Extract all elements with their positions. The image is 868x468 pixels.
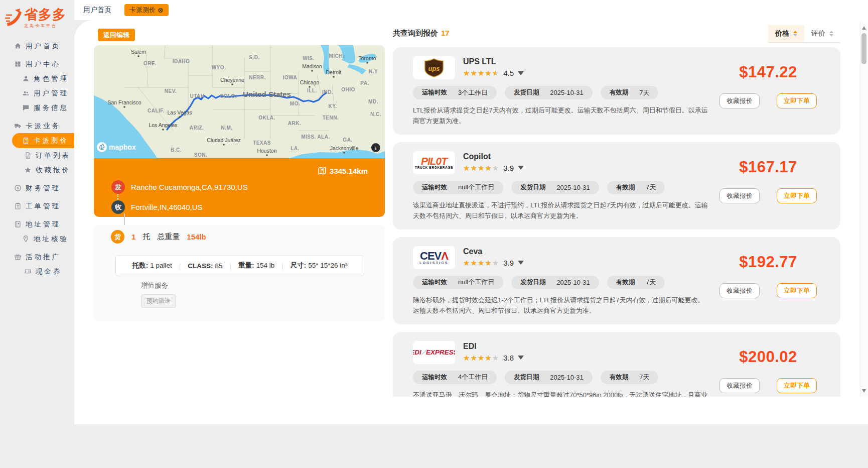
svg-text:Jacksonville: Jacksonville [330,145,359,151]
rating-dropdown-caret[interactable] [518,166,524,170]
quote-tag: 运输时效3个工作日 [413,86,497,99]
vertical-scrollbar[interactable] [860,22,868,397]
favorite-quote-button[interactable]: 收藏报价 [719,93,760,108]
rating-value: 3.8 [503,354,514,362]
quote-tag: 有效期7天 [601,371,659,384]
tab-user-home[interactable]: 用户首页 [83,6,111,15]
sidebar: 省多多 北美卡车平台 用户首页用户中心角色管理用户管理服务信息卡派业务卡派测价订… [0,0,74,468]
sidebar-item-9[interactable]: 收藏报价 [0,163,74,177]
svg-text:UTAH: UTAH [190,93,204,99]
quote-card: PIL0TTRUCK BROKERAGE Copilot ★★★★★★★★★★ … [393,142,840,229]
scroll-up-arrow[interactable] [862,26,866,30]
sort-by-price[interactable]: 价格 [768,25,804,43]
order-now-button[interactable]: 立即下单 [777,378,817,393]
sort-rating-label: 评价 [811,29,825,38]
calculator-icon [22,137,30,145]
svg-text:LA.: LA. [291,146,300,151]
value-added-services-label: 增值服务 [141,281,168,290]
work-order-icon [14,202,22,210]
sidebar-item-8[interactable]: 订单列表 [0,148,74,163]
sidebar-item-label: 卡派业务 [26,122,61,131]
route-distance: 3345.14km [318,166,368,175]
rating-dropdown-caret[interactable] [518,356,524,360]
carrier-logo: ups [413,56,455,79]
sidebar-item-label: 服务信息 [34,103,69,112]
rating-dropdown-caret[interactable] [518,261,524,265]
sidebar-item-4[interactable]: 用户管理 [0,86,74,100]
sort-arrows-icon [829,31,833,37]
cargo-spec-box: 托数:1 pallet|CLASS:85|重量:154 lb|尺寸:55* 15… [115,255,364,276]
svg-text:NEV.: NEV. [165,88,177,94]
quote-price: $167.17 [739,158,797,176]
sidebar-item-13[interactable]: 地址核验 [0,231,74,246]
quote-card: CEVΛLOGISTICS Ceva ★★★★★★★★★★ 3.9 运输时效nu… [393,237,840,324]
sidebar-item-6[interactable]: 卡派业务 [0,119,74,133]
origin-badge: 发 [111,180,125,194]
tab-truck-pricing-label: 卡派测价 [129,6,156,15]
favorite-quote-button[interactable]: 收藏报价 [719,283,760,298]
sidebar-item-15[interactable]: 现金券 [0,264,74,279]
quotes-summary: 共查询到报价17 [393,29,450,43]
sidebar-item-3[interactable]: 角色管理 [0,71,74,86]
rating-dropdown-caret[interactable] [518,71,524,75]
favorite-quote-button[interactable]: 收藏报价 [719,378,760,393]
quote-description: 不派送亚马逊、沃尔玛、展会地址；货物尺寸重量超过70*50*96in 2000l… [413,390,708,397]
route-map[interactable]: SalemORE.IDAHOWYO.S.D.WIS.MICH.TorontoMa… [94,45,385,158]
pilot-logo: PIL0TTRUCK BROKERAGE [415,156,453,170]
quote-tag-row: 运输时效null个工作日发货日期2025-10-31有效期7天 [413,276,708,289]
back-to-edit-button[interactable]: 返回编辑 [98,29,135,41]
sidebar-item-5[interactable]: 服务信息 [0,100,74,115]
svg-text:NEBR.: NEBR. [249,75,266,80]
brand-logo[interactable]: 省多多 北美卡车平台 [5,5,71,31]
carrier-logo: EDI⟋EXPRESS [413,341,455,364]
svg-text:Cheyenne: Cheyenne [220,77,244,83]
quote-tag: 有效期7天 [607,276,665,289]
quotes-summary-label: 共查询到报价 [393,29,438,37]
quote-price: $147.22 [739,63,797,81]
sidebar-item-1[interactable]: 用户首页 [0,39,74,53]
favorite-quote-button[interactable]: 收藏报价 [719,188,760,203]
svg-text:TEXAS: TEXAS [253,140,271,146]
quote-tag-row: 运输时效null个工作日发货日期2025-10-31有效期7天 [413,181,708,194]
sidebar-item-10[interactable]: $财务管理 [0,181,74,195]
svg-text:N.C.: N.C. [370,111,381,117]
scrollbar-thumb[interactable] [861,33,866,64]
sidebar-item-2[interactable]: 用户中心 [0,57,74,71]
tab-truck-pricing[interactable]: 卡派测价 ⊗ [124,4,169,16]
svg-text:N.Y: N.Y [369,69,378,74]
cargo-spec: 尺寸:55* 15*26 in³ [291,261,348,270]
sidebar-item-12[interactable]: 地址管理 [0,217,74,231]
cargo-total-label: 总重量 [157,232,180,242]
route-summary-panel: 3345.14km 发 Rancho Cucamonga,CA,91730,US… [94,158,385,217]
svg-text:ups: ups [428,65,440,72]
order-now-button[interactable]: 立即下单 [777,188,817,203]
sort-by-rating[interactable]: 评价 [804,25,840,43]
scroll-down-arrow[interactable] [862,389,866,393]
value-added-service-tags: 预约派送 [141,294,176,308]
quote-card: EDI⟋EXPRESS EDI ★★★★★★★★★★ 3.8 运输时效4个工作日… [393,332,840,397]
ceva-logo: CEVΛLOGISTICS [419,251,449,265]
sidebar-item-label: 用户管理 [34,89,69,98]
sort-price-label: 价格 [775,29,789,38]
order-now-button[interactable]: 立即下单 [777,93,817,108]
coupon-icon [24,268,32,275]
brand-name: 省多多 [24,8,66,22]
sidebar-item-14[interactable]: 活动推广 [0,250,74,264]
carrier-name: UPS LTL [463,57,524,66]
sidebar-item-label: 卡派测价 [34,136,69,145]
quote-description: LTL报价从请求提货之日起7天内有效，过期后可能更改。运输天数不包括周六、周日和… [413,105,708,127]
order-now-button[interactable]: 立即下单 [777,283,817,298]
tab-close-icon[interactable]: ⊗ [158,7,164,14]
sidebar-item-11[interactable]: 工单管理 [0,199,74,213]
rating-stars: ★★★★★★★★★★ [463,354,499,362]
cargo-spec: 重量:154 lb [238,261,274,270]
quote-price: $192.77 [739,253,797,271]
svg-text:OHIO: OHIO [341,87,355,92]
svg-text:ARIZ.: ARIZ. [190,125,204,131]
svg-text:WIS.: WIS. [303,56,315,61]
svg-text:United States: United States [243,90,291,98]
app-window: 省多多 北美卡车平台 用户首页用户中心角色管理用户管理服务信息卡派业务卡派测价订… [0,0,868,468]
destination-address: Fortville,IN,46040,US [131,203,203,211]
svg-text:$: $ [17,186,19,190]
rating-value: 4.5 [503,69,514,77]
